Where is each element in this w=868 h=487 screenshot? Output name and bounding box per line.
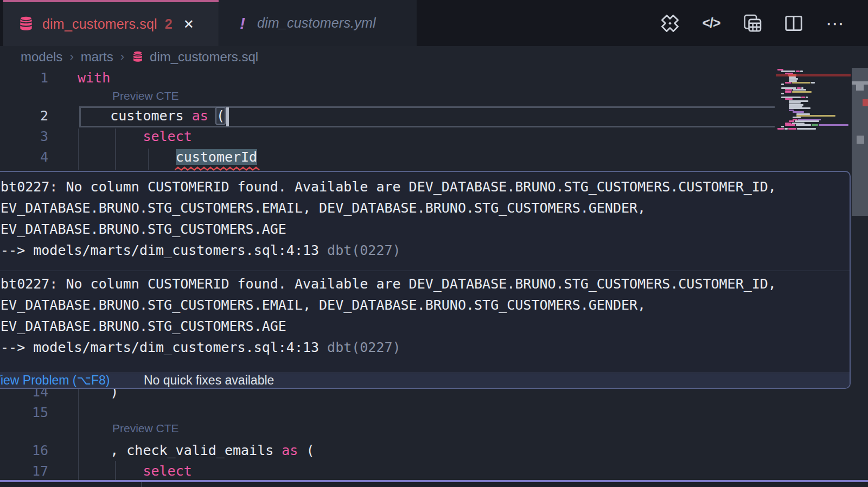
code-line-2[interactable]: 2 customers as (: [0, 106, 776, 126]
hover-status-bar: View Problem (⌥F8) No quick fixes availa…: [0, 373, 850, 388]
token: as: [192, 108, 208, 124]
line-number: 17: [0, 461, 48, 482]
minimap-code-line: [819, 124, 848, 126]
minimap-code-line: [781, 93, 784, 94]
minimap-code-line: [793, 117, 801, 118]
error-message-block: dbt0227: No column CUSTOMERID found. Ava…: [0, 271, 850, 358]
code-text: , check_valid_emails as (: [78, 440, 315, 461]
indent-guide: [141, 482, 142, 487]
tab-bar: dim_customers.sql 2 ✕ ! dim_customers.ym…: [0, 0, 868, 46]
more-actions-icon[interactable]: ⋯: [824, 12, 846, 35]
minimap-code-line: [789, 102, 801, 104]
code-line-1[interactable]: 1with: [0, 68, 776, 88]
database-icon: [131, 50, 144, 66]
close-tab-icon[interactable]: ✕: [183, 17, 194, 32]
breadcrumb-item-file[interactable]: dim_customers.sql: [150, 49, 258, 65]
code-text: customerId: [78, 147, 257, 168]
code-line-16[interactable]: 16 , check_valid_emails as (: [0, 440, 776, 461]
error-code: dbt(0227): [319, 242, 401, 258]
quick-fix-status: No quick fixes available: [144, 373, 274, 388]
minimap[interactable]: [776, 68, 852, 138]
overview-ruler-mark: [856, 85, 864, 91]
minimap-code-line: [777, 128, 784, 130]
minimap-code-line: [785, 98, 793, 100]
token: select: [143, 463, 192, 479]
error-hover-tooltip: dbt0227: No column CUSTOMERID found. Ava…: [0, 171, 851, 389]
minimap-code-line: [796, 115, 835, 117]
error-message-line: dbt0227: No column CUSTOMERID found. Ava…: [0, 176, 844, 197]
minimap-code-line: [795, 120, 819, 122]
minimap-code-line: [793, 89, 806, 91]
vscode-window: dim_customers.sql 2 ✕ ! dim_customers.ym…: [0, 0, 868, 487]
error-token: customerId: [176, 149, 258, 165]
tab-dim-customers-sql[interactable]: dim_customers.sql 2 ✕: [3, 0, 219, 46]
copy-table-icon[interactable]: [741, 12, 764, 35]
code-preview-icon[interactable]: </>: [700, 12, 723, 35]
minimap-code-line: [789, 120, 794, 122]
error-message-block: dbt0227: No column CUSTOMERID found. Ava…: [0, 172, 850, 271]
editor-actions: </> ⋯: [659, 0, 846, 46]
minimap-code-line: [785, 82, 792, 84]
minimap-code-line: [789, 107, 810, 109]
code-text: select: [78, 461, 192, 482]
error-file-location[interactable]: --> models/marts/dim_customers.sql:4:13: [0, 339, 319, 355]
minimap-code-line: [806, 97, 808, 98]
line-number: 16: [0, 440, 48, 461]
token: [78, 463, 143, 479]
code-lens-preview-cte[interactable]: Preview CTE: [112, 422, 179, 435]
error-message-line: DEV_DATABASE.BRUNO.STG_CUSTOMERS.EMAIL, …: [0, 294, 844, 316]
error-code: dbt(0227): [319, 339, 401, 355]
tab-title: dim_customers.sql: [42, 16, 157, 32]
line-number: 15: [0, 402, 48, 423]
code-line-15[interactable]: 15: [0, 402, 776, 423]
error-message-line: dbt0227: No column CUSTOMERID found. Ava…: [0, 273, 844, 294]
minimap-code-line: [781, 71, 795, 72]
error-message-line: DEV_DATABASE.BRUNO.STG_CUSTOMERS.EMAIL, …: [0, 197, 844, 219]
token: as: [282, 443, 298, 458]
minimap-code-line: [789, 78, 798, 80]
code-line-17[interactable]: 17 select: [0, 461, 776, 482]
minimap-code-line: [812, 124, 818, 126]
breadcrumb-item-models[interactable]: models: [21, 49, 62, 65]
code-line-4[interactable]: 4 customerId: [0, 147, 776, 168]
token: [78, 149, 176, 165]
line-number: 4: [0, 147, 48, 168]
breadcrumb-item-marts[interactable]: marts: [81, 49, 113, 65]
error-message-line: DEV_DATABASE.BRUNO.STG_CUSTOMERS.AGE: [0, 219, 844, 240]
minimap-code-line: [785, 91, 792, 93]
tab-dim-customers-yml[interactable]: ! dim_customers.yml: [219, 0, 417, 46]
line-number: 2: [0, 106, 48, 126]
minimap-code-line: [784, 128, 788, 130]
view-problem-link[interactable]: View Problem (⌥F8): [0, 373, 110, 388]
minimap-code-line: [792, 82, 810, 84]
dirty-count-badge: 2: [165, 16, 173, 32]
code-text: select: [78, 126, 192, 147]
error-file-location[interactable]: --> models/marts/dim_customers.sql:4:13: [0, 242, 319, 258]
overview-ruler-mark: [863, 99, 868, 106]
breadcrumb: models › marts › dim_customers.sql: [0, 46, 868, 68]
minimap-code-line: [785, 89, 792, 91]
code-line-3[interactable]: 3 select: [0, 126, 776, 147]
minimap-code-line: [792, 91, 812, 93]
token: with: [78, 70, 110, 86]
database-icon: [17, 15, 35, 34]
chevron-right-icon: ›: [69, 50, 73, 64]
code-text: with: [78, 68, 110, 88]
editor-bottom-strip: [0, 482, 868, 487]
dbt-logo-icon[interactable]: [659, 12, 681, 35]
code-text: customers as (: [78, 106, 225, 126]
token: [78, 129, 143, 144]
line-number: 3: [0, 126, 48, 147]
minimap-code-line: [801, 97, 805, 98]
minimap-code-line: [788, 128, 796, 130]
split-editor-icon[interactable]: [782, 12, 805, 35]
code-lens-preview-cte[interactable]: Preview CTE: [112, 89, 179, 102]
warning-exclamation-icon: !: [240, 14, 245, 33]
error-message-line: DEV_DATABASE.BRUNO.STG_CUSTOMERS.AGE: [0, 316, 844, 337]
tab-title: dim_customers.yml: [257, 15, 376, 31]
chevron-right-icon: ›: [120, 50, 124, 64]
token: , check_valid_emails: [78, 443, 282, 458]
minimap-code-line: [796, 124, 811, 126]
hover-messages: dbt0227: No column CUSTOMERID found. Ava…: [0, 172, 850, 358]
overview-ruler-mark: [857, 136, 864, 144]
